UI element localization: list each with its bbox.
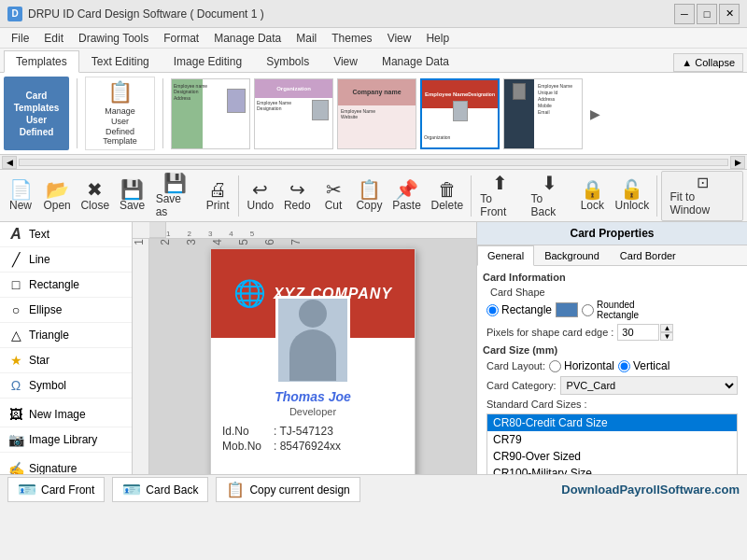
card-back-button[interactable]: 🪪 Card Back <box>112 477 208 502</box>
unlock-button[interactable]: 🔓 Unlock <box>611 177 653 215</box>
pixels-up[interactable]: ▲ <box>660 324 673 332</box>
left-panel: A Text ╱ Line □ Rectangle ○ Ellipse △ Tr… <box>0 222 133 474</box>
pixels-spin-btns: ▲ ▼ <box>660 324 673 341</box>
redo-button[interactable]: ↪ Redo <box>280 177 315 215</box>
copy-design-button[interactable]: 📋 Copy current design <box>216 477 359 502</box>
tofront-label: To Front <box>480 192 519 218</box>
card-front-button[interactable]: 🪪 Card Front <box>7 477 105 502</box>
close-button-toolbar[interactable]: ✖ Close <box>77 177 113 215</box>
prop-tab-card-border[interactable]: Card Border <box>610 245 686 265</box>
left-item-signature[interactable]: ✍ Signature <box>0 456 132 474</box>
delete-button[interactable]: 🗑 Delete <box>427 177 467 215</box>
card-sizes-list-container: CR80-Credit Card Size CR79 CR90-Over Siz… <box>483 413 741 474</box>
vertical-radio[interactable]: Vertical <box>618 359 669 372</box>
template-scroll-right[interactable]: ▶ <box>586 106 604 121</box>
horizontal-radio-input[interactable] <box>549 360 561 372</box>
pixels-down[interactable]: ▼ <box>660 332 673 341</box>
card-sizes-listbox[interactable]: CR80-Credit Card Size CR79 CR90-Over Siz… <box>486 413 738 474</box>
pixels-input[interactable] <box>617 324 659 341</box>
ruler-mark-3: 3 <box>208 230 212 238</box>
copy-design-icon: 📋 <box>226 481 245 498</box>
tab-templates[interactable]: Templates <box>4 50 79 73</box>
left-item-rectangle[interactable]: □ Rectangle <box>0 273 132 298</box>
scroll-right-arrow[interactable]: ▶ <box>730 156 745 169</box>
prop-tab-general[interactable]: General <box>477 245 534 266</box>
vertical-radio-input[interactable] <box>618 360 630 372</box>
scroll-track-h[interactable] <box>19 159 728 166</box>
undo-button[interactable]: ↩ Undo <box>243 177 277 215</box>
ellipse-label: Ellipse <box>29 303 62 316</box>
left-item-line[interactable]: ╱ Line <box>0 247 132 273</box>
open-label: Open <box>43 199 70 212</box>
card-category-select[interactable]: PVC_Card <box>560 376 738 395</box>
rounded-radio[interactable]: RoundedRectangle <box>582 300 639 320</box>
title-bar: D DRPU ID Card Design Software ( Documen… <box>0 0 747 28</box>
prop-tab-background[interactable]: Background <box>534 245 610 265</box>
left-item-star[interactable]: ★ Star <box>0 348 132 373</box>
rounded-radio-input[interactable] <box>582 304 594 316</box>
rectangle-radio-input[interactable] <box>486 304 499 316</box>
scroll-left-arrow[interactable]: ◀ <box>2 156 17 169</box>
template-thumb-5[interactable]: Employee NameUnique IdAddressMobileEmail <box>503 78 583 149</box>
menu-item-themes[interactable]: Themes <box>324 30 379 47</box>
card-shape-label: Card Shape <box>490 287 741 298</box>
card-templates-button[interactable]: Card TemplatesUser Defined <box>4 77 69 150</box>
right-panel: Card Properties General Background Card … <box>476 222 747 474</box>
menu-item-format[interactable]: Format <box>156 30 206 47</box>
left-item-triangle[interactable]: △ Triangle <box>0 323 132 348</box>
color-swatch[interactable] <box>556 302 578 317</box>
toback-button[interactable]: ⬇ To Back <box>526 171 573 221</box>
mob-label: Mob.No <box>222 440 274 453</box>
menu-item-mail[interactable]: Mail <box>289 30 324 47</box>
left-item-text[interactable]: A Text <box>0 222 132 247</box>
save-button[interactable]: 💾 Save <box>115 177 148 215</box>
cut-button[interactable]: ✂ Cut <box>317 177 350 215</box>
menu-item-view[interactable]: View <box>380 30 419 47</box>
tab-symbols[interactable]: Symbols <box>254 50 321 72</box>
lock-icon: 🔒 <box>581 180 604 199</box>
size-cr80[interactable]: CR80-Credit Card Size <box>487 414 737 431</box>
menu-item-help[interactable]: Help <box>418 30 457 47</box>
rectangle-radio[interactable]: Rectangle <box>486 303 552 316</box>
size-cr79[interactable]: CR79 <box>487 431 737 448</box>
size-cr100[interactable]: CR100-Military Size <box>487 465 737 474</box>
close-button[interactable]: ✕ <box>719 4 740 24</box>
new-button[interactable]: 📄 New <box>4 177 37 215</box>
card-category-row: Card Category: PVC_Card <box>483 376 741 395</box>
paste-button[interactable]: 📌 Paste <box>388 177 425 215</box>
canvas-inner[interactable]: 🌐 XYZ COMPANY <box>149 239 476 474</box>
manage-user-defined-button[interactable]: 📋 ManageUserDefinedTemplate <box>85 77 155 150</box>
collapse-button[interactable]: ▲ Collapse <box>673 53 743 72</box>
left-item-ellipse[interactable]: ○ Ellipse <box>0 298 132 323</box>
left-item-image-library[interactable]: 📷 Image Library <box>0 427 132 453</box>
maximize-button[interactable]: □ <box>697 4 717 24</box>
id-value: : TJ-547123 <box>274 425 333 438</box>
left-item-new-image[interactable]: 🖼 New Image <box>0 402 132 427</box>
save-label: Save <box>120 199 145 212</box>
card-id-row: Id.No : TJ-547123 <box>222 425 403 438</box>
menu-item-file[interactable]: File <box>4 30 36 47</box>
template-thumb-1[interactable]: Employee nameDesignationAddress <box>171 78 250 149</box>
open-button[interactable]: 📂 Open <box>39 177 75 215</box>
tab-text-editing[interactable]: Text Editing <box>79 50 162 72</box>
menu-item-manage-data[interactable]: Manage Data <box>206 30 289 47</box>
save-as-button[interactable]: 💾 Save as <box>151 171 200 221</box>
left-item-symbol[interactable]: Ω Symbol <box>0 373 132 399</box>
menu-item-drawing-tools[interactable]: Drawing Tools <box>71 30 156 47</box>
horizontal-radio[interactable]: Horizontal <box>549 359 614 372</box>
template-thumb-4[interactable]: Employee NameDesignation Organization <box>420 78 500 149</box>
fit-window-button[interactable]: ⊡ Fit to Window <box>661 171 743 221</box>
menu-item-edit[interactable]: Edit <box>36 30 71 47</box>
lock-button[interactable]: 🔒 Lock <box>575 177 609 215</box>
copy-button[interactable]: 📋 Copy <box>352 177 387 215</box>
tofront-button[interactable]: ⬆ To Front <box>475 171 524 221</box>
tab-image-editing[interactable]: Image Editing <box>162 50 254 72</box>
tab-manage-data[interactable]: Manage Data <box>370 50 461 72</box>
tab-view[interactable]: View <box>321 50 370 72</box>
template-thumb-3[interactable]: Company name Employee NameWebsite <box>337 78 416 149</box>
template-thumb-2[interactable]: Organization Employee NameDesignation <box>254 78 333 149</box>
canvas-scroll-area: 1234567 🌐 XYZ COMPANY <box>133 239 476 474</box>
size-cr90-over[interactable]: CR90-Over Sized <box>487 448 737 465</box>
minimize-button[interactable]: ─ <box>674 4 695 24</box>
print-button[interactable]: 🖨 Print <box>201 177 234 215</box>
